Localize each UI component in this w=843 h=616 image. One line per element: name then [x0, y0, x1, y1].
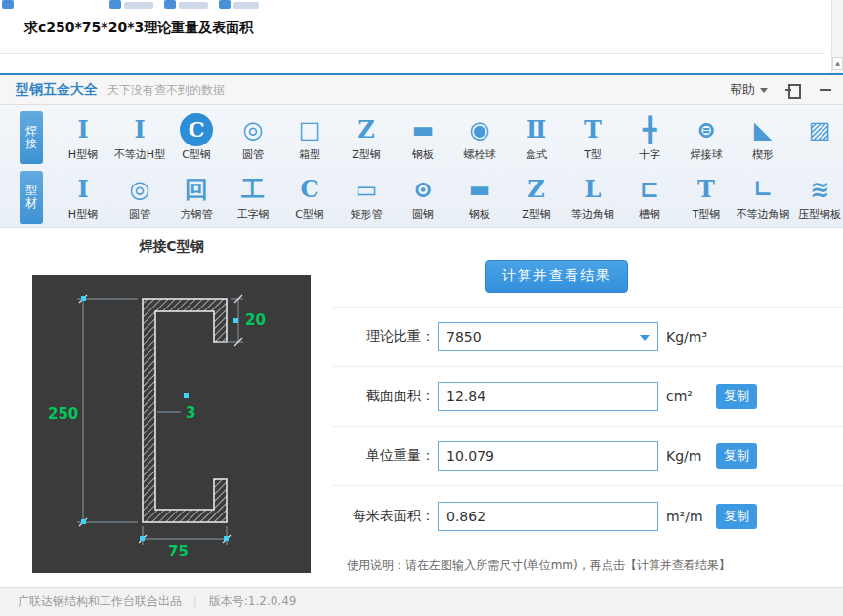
profile-type-icon: ◉ — [463, 113, 496, 146]
profile-type-icon: ∟ — [746, 173, 780, 206]
profile-tab-label: 等边角钢 — [565, 207, 621, 222]
screen: 求c250*75*20*3理论重量及表面积 ▲ 型钢五金大全 天下没有查不到的数… — [0, 0, 843, 616]
profile-type-icon: ▬ — [406, 113, 440, 146]
profile-tab-label: 楔形 — [735, 147, 791, 162]
surface-unit: m²/m — [666, 509, 703, 524]
profile-tab-item[interactable]: ◎ 圆管 — [111, 173, 168, 222]
profile-tab-item[interactable]: ▬ 钢板 — [451, 173, 508, 222]
tab-group-profiles[interactable]: 型材 — [20, 171, 43, 224]
profile-type-icon: ▭ — [350, 173, 383, 206]
profiles-row: 型材 Ⅰ H型钢 ◎ 圆管 — [0, 167, 843, 226]
profile-tab-label: H型钢 — [55, 147, 111, 162]
profiles-tab-items: Ⅰ H型钢 ◎ 圆管 回 方钢管 — [55, 173, 843, 222]
surface-input[interactable] — [438, 502, 658, 531]
profile-type-icon: T — [576, 113, 610, 146]
profile-tab-label: 焊接球 — [678, 147, 735, 162]
profile-tab-label: T型钢 — [678, 207, 735, 222]
profile-tab-item[interactable]: □ 箱型 — [281, 113, 338, 162]
profile-type-icon: C — [180, 113, 213, 146]
copy-surface-button[interactable]: 复制 — [716, 504, 757, 529]
profile-type-icon: Ⅱ — [520, 113, 553, 146]
dim-lip-value[interactable]: 20 — [245, 311, 266, 329]
profile-tab-item[interactable]: Ⅰ 不等边H型 — [111, 113, 168, 162]
profile-tab-item[interactable]: ⊏ 槽钢 — [621, 173, 678, 222]
profile-type-icon: ⊜ — [690, 113, 723, 146]
area-row: 截面面积： cm² 复制 — [332, 367, 843, 427]
footer-version: 版本号:1.2.0.49 — [209, 594, 297, 610]
profile-type-icon: □ — [293, 113, 326, 146]
profile-tab-label: 矩形管 — [338, 207, 395, 222]
profile-tab-item[interactable]: ⊙ 圆钢 — [395, 173, 451, 222]
profile-tab-item[interactable]: Ⅱ 盒式 — [508, 113, 565, 162]
profile-type-icon: ⊏ — [633, 173, 666, 206]
profile-tab-item[interactable]: 工 工字钢 — [225, 173, 281, 222]
dim-height-value[interactable]: 250 — [48, 405, 78, 423]
help-menu[interactable]: 帮助 — [730, 81, 768, 99]
profile-type-icon: Ⅰ — [66, 173, 100, 206]
minimize-icon[interactable] — [820, 89, 831, 91]
profile-tab-label: 十字 — [621, 147, 678, 162]
profile-tab-item[interactable]: ▨ — [791, 113, 843, 162]
profile-tab-item[interactable]: T T型 — [565, 113, 621, 162]
profile-tab-item[interactable]: T T型钢 — [678, 173, 735, 222]
profile-tab-item[interactable]: Ⅰ H型钢 — [55, 173, 111, 222]
density-value: 7850 — [446, 329, 482, 345]
app-window: 型钢五金大全 天下没有查不到的数据 帮助 焊接 Ⅰ H — [0, 73, 843, 616]
profile-tab-item[interactable]: ∟ 不等边角钢 — [735, 173, 791, 222]
tab-group-welding[interactable]: 焊接 — [20, 111, 43, 164]
profile-tab-item[interactable]: ╋ 十字 — [621, 113, 678, 162]
density-row: 理论比重： 7850 Kg/m³ — [332, 308, 843, 367]
profile-type-icon: ◎ — [123, 173, 156, 206]
help-label: 帮助 — [730, 81, 755, 99]
scroll-up-button[interactable]: ▲ — [832, 57, 843, 70]
profile-tab-label: 箱型 — [281, 147, 338, 162]
profile-tab-item[interactable]: ◎ 圆管 — [225, 113, 281, 162]
profile-tab-item[interactable]: ▬ 钢板 — [395, 113, 451, 162]
section-title: 焊接C型钢 — [32, 238, 311, 256]
profile-type-icon: Z — [520, 173, 553, 206]
calculate-button[interactable]: 计算并查看结果 — [485, 260, 628, 293]
chevron-down-icon — [640, 335, 650, 341]
dim-width-value[interactable]: 75 — [168, 543, 189, 560]
profile-tab-item[interactable]: ≋ 压型钢板 — [791, 173, 843, 222]
titlebar: 型钢五金大全 天下没有查不到的数据 帮助 — [0, 75, 843, 105]
background-window: 求c250*75*20*3理论重量及表面积 ▲ — [0, 0, 843, 73]
profile-tab-item[interactable]: C C型钢 — [281, 173, 338, 222]
footer-credit: 广联达钢结构和工作台联合出品 — [18, 594, 182, 610]
profile-tab-item[interactable]: ◣ 楔形 — [735, 113, 791, 162]
profile-tab-label: 盒式 — [508, 147, 565, 162]
divider — [0, 53, 825, 54]
profile-tab-label: H型钢 — [55, 207, 111, 222]
pin-window-icon[interactable] — [785, 84, 802, 96]
profile-tab-item[interactable]: Z Z型钢 — [508, 173, 565, 222]
dim-thickness-value[interactable]: 3 — [186, 404, 195, 422]
profile-tab-label: 方钢管 — [168, 207, 225, 222]
titlebar-controls: 帮助 — [730, 81, 831, 99]
area-unit: cm² — [666, 389, 693, 404]
profile-tab-label: C型钢 — [281, 207, 338, 222]
profile-tab-item[interactable]: Z Z型钢 — [338, 113, 395, 162]
copy-weight-button[interactable]: 复制 — [716, 443, 757, 469]
welding-tab-items: Ⅰ H型钢 Ⅰ 不等边H型 C C型钢 — [55, 113, 843, 162]
profile-tab-item[interactable]: 回 方钢管 — [168, 173, 225, 222]
profile-type-icon: ▬ — [463, 173, 496, 206]
profile-type-icon: ◣ — [746, 113, 780, 146]
density-select[interactable]: 7850 — [438, 322, 658, 351]
copy-area-button[interactable]: 复制 — [716, 384, 757, 409]
profile-type-icon: C — [293, 173, 326, 206]
profile-tab-item[interactable]: C C型钢 — [168, 113, 225, 162]
profile-tab-item[interactable]: ◉ 螺栓球 — [451, 113, 508, 162]
profile-tab-item[interactable]: Ⅰ H型钢 — [55, 113, 111, 162]
profile-tab-item[interactable]: ▭ 矩形管 — [338, 173, 395, 222]
profile-tab-item[interactable]: ⊜ 焊接球 — [678, 113, 735, 162]
profile-tab-item[interactable]: L 等边角钢 — [565, 173, 621, 222]
query-text: 求c250*75*20*3理论重量及表面积 — [24, 20, 253, 37]
toolbar-text-fragment — [179, 2, 208, 9]
app-title: 型钢五金大全 — [16, 81, 98, 99]
profile-type-icon: ╋ — [633, 113, 666, 146]
area-input[interactable] — [438, 382, 658, 411]
calculator-panel: 焊接C型钢 — [0, 228, 843, 587]
scrollbar[interactable]: ▲ — [831, 0, 843, 73]
toolbar-icon-fragment — [164, 0, 176, 9]
weight-input[interactable] — [438, 441, 658, 471]
